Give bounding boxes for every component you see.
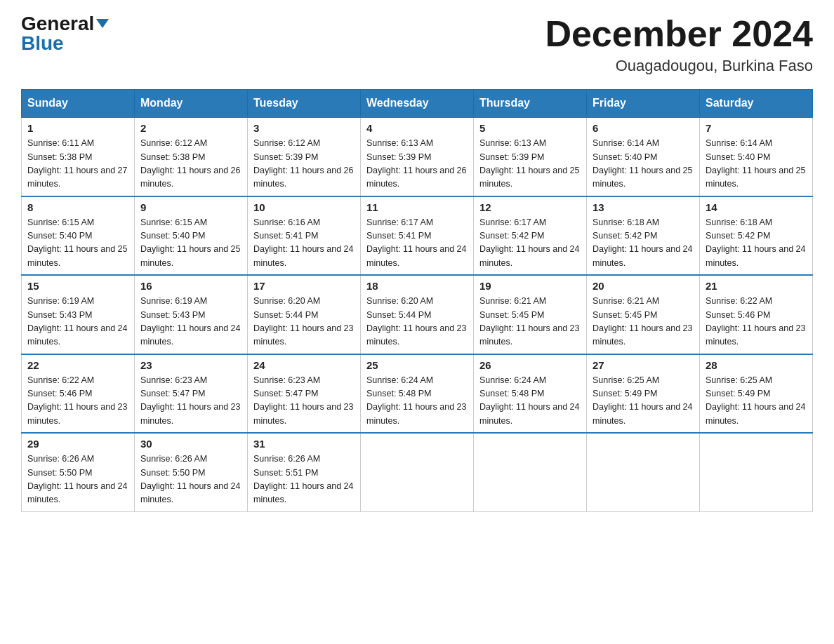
calendar-cell bbox=[361, 433, 474, 511]
calendar-cell: 5 Sunrise: 6:13 AM Sunset: 5:39 PM Dayli… bbox=[474, 117, 587, 196]
day-number: 9 bbox=[140, 201, 241, 213]
calendar-table: Sunday Monday Tuesday Wednesday Thursday… bbox=[21, 89, 813, 512]
calendar-cell: 10 Sunrise: 6:16 AM Sunset: 5:41 PM Dayl… bbox=[248, 196, 361, 276]
day-number: 7 bbox=[706, 122, 807, 134]
col-sunday: Sunday bbox=[22, 90, 135, 118]
calendar-cell: 18 Sunrise: 6:20 AM Sunset: 5:44 PM Dayl… bbox=[361, 275, 474, 354]
day-info: Sunrise: 6:17 AM Sunset: 5:42 PM Dayligh… bbox=[479, 216, 581, 271]
calendar-cell: 8 Sunrise: 6:15 AM Sunset: 5:40 PM Dayli… bbox=[22, 196, 135, 276]
calendar-cell: 9 Sunrise: 6:15 AM Sunset: 5:40 PM Dayli… bbox=[135, 196, 248, 276]
day-info: Sunrise: 6:19 AM Sunset: 5:43 PM Dayligh… bbox=[27, 295, 128, 349]
col-monday: Monday bbox=[135, 90, 248, 118]
calendar-cell: 21 Sunrise: 6:22 AM Sunset: 5:46 PM Dayl… bbox=[700, 275, 813, 354]
day-info: Sunrise: 6:24 AM Sunset: 5:48 PM Dayligh… bbox=[479, 374, 581, 429]
calendar-header-row: Sunday Monday Tuesday Wednesday Thursday… bbox=[22, 90, 813, 118]
logo: General Blue bbox=[21, 14, 109, 53]
month-title: December 2024 bbox=[545, 14, 813, 54]
calendar-cell: 28 Sunrise: 6:25 AM Sunset: 5:49 PM Dayl… bbox=[700, 354, 813, 434]
day-number: 11 bbox=[366, 201, 468, 213]
day-number: 18 bbox=[366, 280, 468, 292]
day-number: 5 bbox=[479, 122, 581, 134]
day-info: Sunrise: 6:13 AM Sunset: 5:39 PM Dayligh… bbox=[366, 137, 468, 192]
day-number: 8 bbox=[27, 201, 128, 213]
calendar-cell: 2 Sunrise: 6:12 AM Sunset: 5:38 PM Dayli… bbox=[135, 117, 248, 196]
calendar-cell: 29 Sunrise: 6:26 AM Sunset: 5:50 PM Dayl… bbox=[22, 433, 135, 511]
calendar-cell: 27 Sunrise: 6:25 AM Sunset: 5:49 PM Dayl… bbox=[587, 354, 700, 434]
calendar-cell: 16 Sunrise: 6:19 AM Sunset: 5:43 PM Dayl… bbox=[135, 275, 248, 354]
day-info: Sunrise: 6:18 AM Sunset: 5:42 PM Dayligh… bbox=[593, 216, 694, 271]
col-wednesday: Wednesday bbox=[361, 90, 474, 118]
col-friday: Friday bbox=[587, 90, 700, 118]
day-number: 29 bbox=[27, 438, 128, 450]
day-number: 16 bbox=[140, 280, 241, 292]
day-number: 20 bbox=[593, 280, 694, 292]
day-number: 6 bbox=[593, 122, 694, 134]
day-info: Sunrise: 6:14 AM Sunset: 5:40 PM Dayligh… bbox=[593, 137, 694, 192]
day-info: Sunrise: 6:26 AM Sunset: 5:51 PM Dayligh… bbox=[253, 452, 355, 507]
calendar-week-row: 15 Sunrise: 6:19 AM Sunset: 5:43 PM Dayl… bbox=[22, 275, 813, 354]
day-number: 25 bbox=[366, 359, 468, 371]
calendar-cell: 26 Sunrise: 6:24 AM Sunset: 5:48 PM Dayl… bbox=[474, 354, 587, 434]
day-number: 12 bbox=[479, 201, 581, 213]
calendar-cell: 25 Sunrise: 6:24 AM Sunset: 5:48 PM Dayl… bbox=[361, 354, 474, 434]
day-info: Sunrise: 6:15 AM Sunset: 5:40 PM Dayligh… bbox=[140, 216, 241, 271]
day-info: Sunrise: 6:26 AM Sunset: 5:50 PM Dayligh… bbox=[27, 452, 128, 507]
calendar-week-row: 29 Sunrise: 6:26 AM Sunset: 5:50 PM Dayl… bbox=[22, 433, 813, 511]
calendar-week-row: 1 Sunrise: 6:11 AM Sunset: 5:38 PM Dayli… bbox=[22, 117, 813, 196]
day-info: Sunrise: 6:23 AM Sunset: 5:47 PM Dayligh… bbox=[140, 374, 241, 429]
day-info: Sunrise: 6:15 AM Sunset: 5:40 PM Dayligh… bbox=[27, 216, 128, 271]
logo-blue: Blue bbox=[21, 32, 64, 54]
col-saturday: Saturday bbox=[700, 90, 813, 118]
page-header: General Blue December 2024 Ouagadougou, … bbox=[21, 14, 813, 75]
day-number: 2 bbox=[140, 122, 241, 134]
day-number: 22 bbox=[27, 359, 128, 371]
calendar-cell: 11 Sunrise: 6:17 AM Sunset: 5:41 PM Dayl… bbox=[361, 196, 474, 276]
calendar-cell: 19 Sunrise: 6:21 AM Sunset: 5:45 PM Dayl… bbox=[474, 275, 587, 354]
day-info: Sunrise: 6:13 AM Sunset: 5:39 PM Dayligh… bbox=[479, 137, 581, 192]
logo-general: General bbox=[21, 13, 94, 34]
col-tuesday: Tuesday bbox=[248, 90, 361, 118]
day-info: Sunrise: 6:20 AM Sunset: 5:44 PM Dayligh… bbox=[253, 295, 355, 349]
calendar-cell: 31 Sunrise: 6:26 AM Sunset: 5:51 PM Dayl… bbox=[248, 433, 361, 511]
calendar-cell bbox=[587, 433, 700, 511]
calendar-cell: 24 Sunrise: 6:23 AM Sunset: 5:47 PM Dayl… bbox=[248, 354, 361, 434]
calendar-cell: 4 Sunrise: 6:13 AM Sunset: 5:39 PM Dayli… bbox=[361, 117, 474, 196]
day-number: 28 bbox=[706, 359, 807, 371]
day-info: Sunrise: 6:18 AM Sunset: 5:42 PM Dayligh… bbox=[706, 216, 807, 271]
day-number: 10 bbox=[253, 201, 355, 213]
calendar-cell: 15 Sunrise: 6:19 AM Sunset: 5:43 PM Dayl… bbox=[22, 275, 135, 354]
calendar-cell bbox=[700, 433, 813, 511]
day-number: 17 bbox=[253, 280, 355, 292]
location: Ouagadougou, Burkina Faso bbox=[545, 57, 813, 75]
day-info: Sunrise: 6:25 AM Sunset: 5:49 PM Dayligh… bbox=[706, 374, 807, 429]
day-number: 14 bbox=[706, 201, 807, 213]
day-info: Sunrise: 6:11 AM Sunset: 5:38 PM Dayligh… bbox=[27, 137, 128, 192]
day-info: Sunrise: 6:21 AM Sunset: 5:45 PM Dayligh… bbox=[593, 295, 694, 349]
day-number: 19 bbox=[479, 280, 581, 292]
logo-text: General bbox=[21, 14, 109, 34]
calendar-cell: 12 Sunrise: 6:17 AM Sunset: 5:42 PM Dayl… bbox=[474, 196, 587, 276]
calendar-cell: 3 Sunrise: 6:12 AM Sunset: 5:39 PM Dayli… bbox=[248, 117, 361, 196]
day-number: 3 bbox=[253, 122, 355, 134]
day-info: Sunrise: 6:16 AM Sunset: 5:41 PM Dayligh… bbox=[253, 216, 355, 271]
day-info: Sunrise: 6:17 AM Sunset: 5:41 PM Dayligh… bbox=[366, 216, 468, 271]
day-info: Sunrise: 6:22 AM Sunset: 5:46 PM Dayligh… bbox=[706, 295, 807, 349]
day-number: 31 bbox=[253, 438, 355, 450]
calendar-cell: 6 Sunrise: 6:14 AM Sunset: 5:40 PM Dayli… bbox=[587, 117, 700, 196]
day-info: Sunrise: 6:23 AM Sunset: 5:47 PM Dayligh… bbox=[253, 374, 355, 429]
title-block: December 2024 Ouagadougou, Burkina Faso bbox=[545, 14, 813, 75]
day-number: 23 bbox=[140, 359, 241, 371]
calendar-week-row: 22 Sunrise: 6:22 AM Sunset: 5:46 PM Dayl… bbox=[22, 354, 813, 434]
calendar-cell: 23 Sunrise: 6:23 AM Sunset: 5:47 PM Dayl… bbox=[135, 354, 248, 434]
day-number: 30 bbox=[140, 438, 241, 450]
day-info: Sunrise: 6:12 AM Sunset: 5:39 PM Dayligh… bbox=[253, 137, 355, 192]
calendar-cell: 20 Sunrise: 6:21 AM Sunset: 5:45 PM Dayl… bbox=[587, 275, 700, 354]
calendar-cell: 1 Sunrise: 6:11 AM Sunset: 5:38 PM Dayli… bbox=[22, 117, 135, 196]
logo-blue-text: Blue bbox=[21, 34, 64, 53]
day-number: 15 bbox=[27, 280, 128, 292]
calendar-cell: 7 Sunrise: 6:14 AM Sunset: 5:40 PM Dayli… bbox=[700, 117, 813, 196]
day-info: Sunrise: 6:12 AM Sunset: 5:38 PM Dayligh… bbox=[140, 137, 241, 192]
day-number: 21 bbox=[706, 280, 807, 292]
day-number: 26 bbox=[479, 359, 581, 371]
day-info: Sunrise: 6:21 AM Sunset: 5:45 PM Dayligh… bbox=[479, 295, 581, 349]
